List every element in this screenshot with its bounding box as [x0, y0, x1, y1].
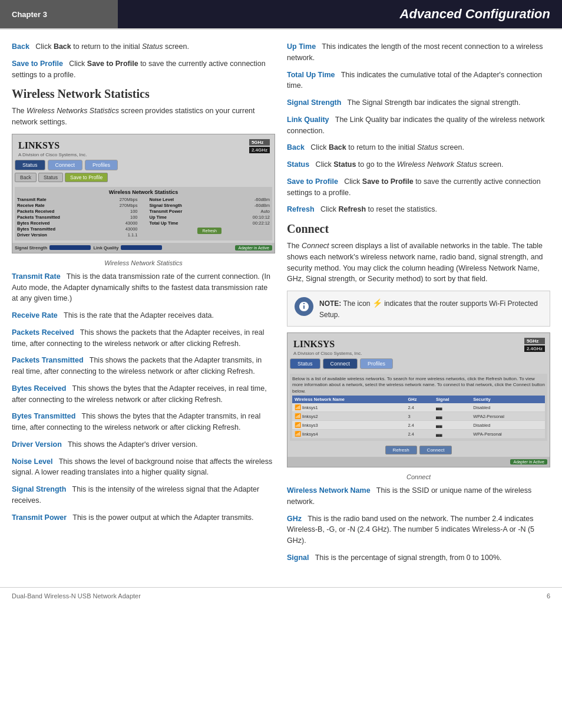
stat-signal-strength: Signal Strength-60dBm — [150, 203, 270, 208]
connect-screenshot-inner: LINKSYS A Division of Cisco Systems, Inc… — [287, 333, 550, 467]
connect-table-intro: Below is a list of available wireless ne… — [292, 376, 545, 394]
connect-caption: Connect — [287, 473, 550, 480]
stats-screenshot-inner: LINKSYS A Division of Cisco Systems, Inc… — [12, 134, 275, 253]
wireless-network-name-label: Wireless Network Name — [287, 486, 371, 495]
stats-screenshot: LINKSYS A Division of Cisco Systems, Inc… — [12, 134, 275, 253]
signal-bars: ▄▄ — [436, 414, 442, 419]
signal-strength-desc-block: Signal Strength This is the intensity of… — [12, 484, 275, 506]
connect-adapter-badge: Adapter in Active — [510, 459, 547, 465]
inner-tab-back[interactable]: Back — [15, 173, 37, 182]
stat-total-up-time: Total Up Time00:22:12 — [150, 220, 270, 226]
bytes-received-block: Bytes Received This shows the bytes that… — [12, 383, 275, 406]
connect-buttons: Refresh Connect — [287, 443, 550, 457]
transmit-rate-label: Transmit Rate — [12, 272, 61, 281]
stats-data-row: Transmit Rate270Mbps Receive Rate270Mbps… — [17, 197, 270, 238]
stats-table: Wireless Network Statistics Transmit Rat… — [15, 187, 272, 241]
ghz-label: GHz — [287, 515, 302, 523]
stat-packets-transmitted: Packets Transmitted100 — [17, 215, 138, 220]
receive-rate-block: Receive Rate This is the rate that the A… — [12, 310, 275, 321]
table-row[interactable]: 📶 linksys2 3 ▄▄ WPA2-Personal — [292, 412, 545, 421]
connect-tab-connect[interactable]: Connect — [323, 358, 358, 369]
stat-noise-level: Noise Level-60dBm — [150, 197, 270, 202]
connect-tab-status[interactable]: Status — [290, 358, 320, 369]
ghz-block: GHz This is the radio band used on the n… — [287, 513, 550, 546]
table-row[interactable]: 📶 linksys1 2.4 ▄▄ Disabled — [292, 403, 545, 412]
band-24ghz: 2.4GHz — [249, 147, 270, 153]
back-label2: Back — [287, 143, 305, 151]
status-label: Status — [287, 160, 309, 169]
stat-driver-version: Driver Version1.1.1 — [17, 232, 138, 238]
stats-col-left: Transmit Rate270Mbps Receive Rate270Mbps… — [17, 197, 138, 238]
stat-receive-rate: Receive Rate270Mbps — [17, 203, 138, 208]
connect-refresh-btn[interactable]: Refresh — [385, 446, 417, 454]
stat-bytes-received: Bytes Received43000 — [17, 220, 138, 226]
refresh-button-small[interactable]: Refresh — [197, 228, 222, 234]
band-5ghz: 5GHz — [249, 139, 270, 146]
wifi-icon: 📶 — [295, 404, 301, 410]
signal-block: Signal This is the percentage of signal … — [287, 552, 550, 564]
bytes-transmitted-label: Bytes Transmitted — [12, 412, 75, 420]
tab-connect[interactable]: Connect — [48, 160, 83, 170]
connect-band-24: 2.4GHz — [524, 345, 545, 352]
connect-linksys-logo: LINKSYS — [291, 337, 546, 351]
signal-bar — [49, 245, 91, 250]
connect-tabs-row: Status Connect Profiles — [287, 358, 550, 371]
tabs-row: Status Connect Profiles — [12, 160, 275, 173]
transmit-rate-block: Transmit Rate This is the data transmiss… — [12, 271, 275, 304]
col-ghz[interactable]: GHz — [405, 396, 434, 403]
signal-bars: ▄▄ — [436, 431, 442, 437]
save-profile-block: Save to Profile Click Save to Profile to… — [12, 58, 275, 81]
connect-linksys-sub: A Division of Cisco Systems, Inc. — [291, 351, 546, 356]
stat-transmit-power: Transmit PowerAuto — [150, 209, 270, 214]
note-box: NOTE: The icon ⚡ indicates that the rout… — [287, 291, 550, 327]
total-up-time-block: Total Up Time This indicates the cumulat… — [287, 70, 550, 92]
link-quality-bar — [121, 245, 162, 250]
connect-band-5: 5GHz — [524, 338, 545, 344]
stat-packets-received: Packets Received100 — [17, 209, 138, 214]
back-block: Back Click Back to return to the initial… — [12, 41, 275, 52]
page-header: Chapter 3 Advanced Configuration — [0, 0, 562, 29]
packets-received-label: Packets Received — [12, 328, 74, 337]
connect-tab-profiles[interactable]: Profiles — [360, 358, 393, 369]
connect-intro: The Connect screen displays a list of av… — [287, 241, 550, 285]
signal-strength-label: Signal Strength — [287, 98, 341, 107]
col-security[interactable]: Security — [471, 396, 545, 403]
connect-screenshot: LINKSYS A Division of Cisco Systems, Inc… — [287, 332, 550, 467]
driver-version-block: Driver Version This shows the Adapter's … — [12, 439, 275, 450]
connect-connect-btn[interactable]: Connect — [419, 446, 452, 454]
signal-strength-desc-label: Signal Strength — [12, 485, 66, 493]
linksys-sub: A Division of Cisco Systems, Inc. — [16, 152, 271, 157]
table-row[interactable]: 📶 linksys3 2.4 ▄▄ Disabled — [292, 421, 545, 430]
col-signal[interactable]: Signal — [434, 396, 471, 403]
note-icon — [295, 297, 313, 316]
signal-label: Signal Strength — [15, 245, 47, 251]
noise-level-label: Noise Level — [12, 457, 52, 466]
linksys-logo: LINKSYS — [16, 138, 271, 152]
tab-profiles[interactable]: Profiles — [85, 160, 118, 170]
wifi-icon: 📶 — [295, 431, 301, 437]
inner-tabs-row: Back Status Save to Profile — [12, 173, 275, 185]
inner-tab-status[interactable]: Status — [38, 173, 63, 182]
refresh-label: Refresh — [287, 205, 315, 213]
link-label: Link Quality — [93, 245, 118, 251]
packets-received-block: Packets Received This shows the packets … — [12, 327, 275, 350]
table-row[interactable]: 📶 linksys4 2.4 ▄▄ WPA-Personal — [292, 430, 545, 439]
footer-page-number: 6 — [547, 592, 550, 599]
stat-transmit-rate: Transmit Rate270Mbps — [17, 197, 138, 202]
col-network-name[interactable]: Wireless Network Name — [292, 396, 405, 403]
wifi-icon: 📶 — [295, 413, 301, 419]
page-title: Advanced Configuration — [118, 0, 562, 28]
save-profile-label: Save to Profile — [12, 60, 63, 68]
right-column: Up Time This indicates the length of the… — [287, 41, 550, 569]
adapter-badge: Adapter in Active — [235, 245, 272, 251]
left-column: Back Click Back to return to the initial… — [12, 41, 275, 569]
stats-intro: The Wireless Networks Statistics screen … — [12, 106, 275, 128]
transmit-power-block: Transmit Power This is the power output … — [12, 512, 275, 523]
driver-version-label: Driver Version — [12, 440, 62, 449]
inner-tab-save[interactable]: Save to Profile — [65, 173, 108, 182]
connect-bottom-bar: Adapter in Active — [287, 457, 550, 467]
chapter-text: Chapter 3 — [12, 10, 47, 19]
noise-level-block: Noise Level This shows the level of back… — [12, 456, 275, 479]
tab-status[interactable]: Status — [15, 160, 45, 170]
transmit-power-label: Transmit Power — [12, 513, 67, 522]
